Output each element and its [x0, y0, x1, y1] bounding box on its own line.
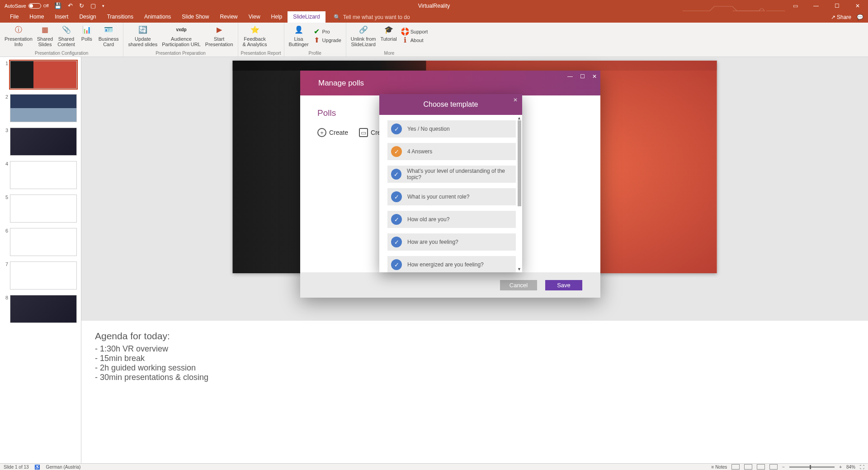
audience-url-button[interactable]: vxdpAudience Participation URL [160, 24, 203, 48]
zoom-slider[interactable] [789, 466, 835, 468]
template-item-feeling[interactable]: ✓How are you feeling? [387, 233, 516, 251]
shared-content-button[interactable]: 📎Shared Content [56, 24, 77, 48]
check-icon: ✔ [313, 28, 321, 35]
undo-icon[interactable]: ↶ [68, 2, 73, 9]
redo-icon[interactable]: ↻ [79, 2, 84, 9]
profile-name-label: Lisa Buttinger [289, 36, 309, 47]
pro-badge[interactable]: ✔Pro [311, 28, 343, 36]
dialog-minimize-icon[interactable]: — [567, 73, 573, 80]
notes-toggle-label: Notes [715, 465, 727, 470]
slide-thumb-7[interactable] [10, 261, 77, 290]
template-item-understanding[interactable]: ✓What's your level of understanding of t… [387, 166, 516, 183]
minimize-icon[interactable]: — [806, 0, 826, 11]
template-icon: ▭ [359, 128, 368, 137]
scroll-up-icon[interactable]: ▲ [517, 116, 521, 120]
template-item-4answers[interactable]: ✓4 Answers [387, 143, 516, 160]
fit-to-window-icon[interactable]: ⛶ [860, 465, 864, 470]
start-presentation-button[interactable]: ▶Start Presentation [203, 24, 235, 48]
slide-counter[interactable]: Slide 1 of 13 [4, 465, 29, 470]
upgrade-label: Upgrade [322, 38, 341, 43]
template-dialog-title: Choose template [424, 100, 478, 109]
update-shared-button[interactable]: 🔄Update shared slides [126, 24, 159, 48]
tab-view[interactable]: View [243, 11, 266, 23]
tab-transitions[interactable]: Transitions [102, 11, 139, 23]
scrollbar-thumb[interactable] [518, 120, 521, 206]
dialog-close-icon[interactable]: ✕ [592, 73, 597, 80]
avatar-icon: 👤 [293, 24, 304, 35]
template-dialog-titlebar[interactable]: Choose template ✕ [379, 94, 522, 115]
template-close-icon[interactable]: ✕ [513, 97, 518, 103]
slide-thumb-8[interactable] [10, 295, 77, 323]
notes-toggle[interactable]: ≡ Notes [712, 465, 727, 470]
profile-button[interactable]: 👤Lisa Buttinger [287, 24, 311, 48]
maximize-icon[interactable]: ☐ [826, 0, 847, 11]
support-button[interactable]: 🛟Support [400, 28, 430, 36]
tab-review[interactable]: Review [214, 11, 243, 23]
support-icon: 🛟 [401, 28, 409, 35]
zoom-in-icon[interactable]: + [839, 465, 842, 470]
tab-insert[interactable]: Insert [49, 11, 74, 23]
qat-customize-icon[interactable]: ▾ [102, 4, 104, 8]
tell-me-search[interactable]: 🔍 Tell me what you want to do [334, 14, 410, 20]
speaker-notes[interactable]: Agenda for today: - 1:30h VR overview - … [81, 321, 868, 463]
reading-view-icon[interactable] [757, 464, 765, 470]
template-item-role[interactable]: ✓What is your current role? [387, 188, 516, 205]
dialog-titlebar[interactable]: Manage polls — ☐ ✕ [300, 71, 600, 95]
tab-animations[interactable]: Animations [139, 11, 176, 23]
upgrade-button[interactable]: ⬆Upgrade [311, 36, 343, 44]
normal-view-icon[interactable] [731, 464, 740, 470]
slide-thumbnail-panel[interactable]: 1 2 3 4 5 6 7 8 [0, 57, 81, 463]
feedback-button[interactable]: ⭐Feedback & Analytics [241, 24, 269, 48]
start-presentation-label: Start Presentation [205, 36, 233, 47]
template-label: What's your level of understanding of th… [407, 168, 516, 180]
tutorial-label: Tutorial [380, 36, 396, 42]
autosave-control[interactable]: AutoSave Off [5, 3, 49, 9]
zoom-out-icon[interactable]: − [782, 465, 785, 470]
sorter-view-icon[interactable] [744, 464, 752, 470]
template-item-yesno[interactable]: ✓Yes / No question [387, 120, 516, 138]
save-icon[interactable]: 💾 [54, 2, 61, 9]
slide-thumb-4[interactable] [10, 161, 77, 189]
polls-button[interactable]: 📊Polls [78, 24, 96, 48]
presentation-info-button[interactable]: ⓘPresentation Info [3, 24, 34, 48]
tab-slideshow[interactable]: Slide Show [176, 11, 214, 23]
language-status[interactable]: German (Austria) [46, 465, 81, 470]
save-button[interactable]: Save [545, 280, 582, 290]
zoom-level[interactable]: 84% [846, 465, 855, 470]
tab-slidelizard[interactable]: SlideLizard [288, 11, 325, 23]
slide-thumb-5[interactable] [10, 195, 77, 223]
tab-design[interactable]: Design [74, 11, 101, 23]
dialog-title: Manage polls [318, 79, 364, 88]
template-list[interactable]: ▲ ✓Yes / No question ✓4 Answers ✓What's … [379, 115, 522, 272]
check-icon: ✓ [391, 123, 402, 134]
autosave-toggle[interactable] [28, 3, 41, 9]
shared-slides-button[interactable]: ▦Shared Slides [35, 24, 55, 48]
slide-thumb-3[interactable] [10, 128, 77, 156]
from-beginning-icon[interactable]: ▢ [90, 2, 96, 9]
shared-content-label: Shared Content [57, 36, 75, 47]
ribbon-options-icon[interactable]: ▭ [785, 0, 806, 11]
share-button[interactable]: ↗ Share [831, 14, 851, 20]
template-item-age[interactable]: ✓How old are you? [387, 211, 516, 228]
tutorial-button[interactable]: 🎓Tutorial [378, 24, 398, 48]
slideshow-view-icon[interactable] [769, 464, 778, 470]
about-button[interactable]: ℹAbout [400, 36, 430, 44]
create-poll-button[interactable]: + Create [317, 128, 348, 137]
dialog-maximize-icon[interactable]: ☐ [580, 73, 585, 80]
tab-home[interactable]: Home [24, 11, 49, 23]
comments-icon[interactable]: 💬 [857, 14, 863, 20]
slide-thumb-2[interactable] [10, 94, 77, 122]
template-item-energized[interactable]: ✓How energized are you feeling? [387, 256, 516, 272]
accessibility-icon[interactable]: ♿ [34, 465, 40, 470]
unlink-button[interactable]: 🔗Unlink from SlideLizard [349, 24, 378, 48]
slide-thumb-1[interactable] [10, 61, 77, 89]
feedback-icon: ⭐ [250, 24, 260, 35]
tab-help[interactable]: Help [266, 11, 288, 23]
slide-thumb-6[interactable] [10, 228, 77, 256]
scroll-down-icon[interactable]: ▼ [517, 267, 521, 271]
update-shared-label: Update shared slides [128, 36, 157, 47]
tab-file[interactable]: File [5, 11, 24, 23]
cancel-button[interactable]: Cancel [500, 280, 537, 290]
business-card-button[interactable]: 🪪Business Card [97, 24, 121, 48]
close-icon[interactable]: ✕ [847, 0, 868, 11]
